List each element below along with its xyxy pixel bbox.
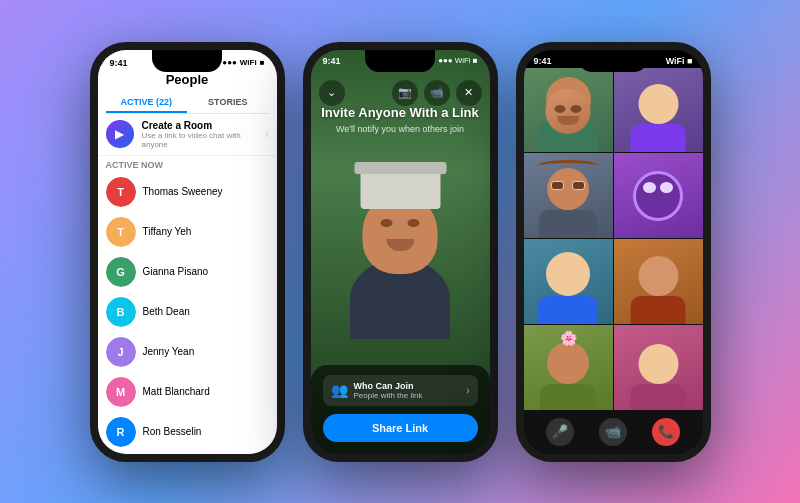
face-5 [546,252,590,296]
status-icons-1: ●●● WiFi ■ [222,58,264,67]
video-cell-1 [524,68,613,153]
phone-1: 9:41 ●●● WiFi ■ People ACTIVE (22) STORI… [90,42,285,462]
signal-icon: ●●● [222,58,237,67]
hat-brim [354,162,446,174]
contact-thomas[interactable]: T Thomas Sweeney [98,172,277,212]
share-link-button[interactable]: Share Link [323,414,478,442]
end-call-button[interactable]: 📞 [652,418,680,446]
avatar-ryan: R [106,457,136,462]
phone2-status-bar: 9:41 ●●● WiFi ■ [323,56,478,66]
battery-icon-2: ■ [473,56,478,65]
avatar-matt: M [106,377,136,407]
mute-button[interactable]: 🎤 [546,418,574,446]
room-subtitle: Use a link to video chat with anyone [142,131,258,149]
hat [360,169,440,209]
eye-left [381,219,393,227]
contact-ron[interactable]: R Ron Besselin [98,412,277,452]
invite-title: Invite Anyone With a Link [311,105,490,122]
eye-right [408,219,420,227]
phone3-status-bar: 9:41 WiFi ■ [524,50,703,68]
contact-name-thomas: Thomas Sweeney [143,186,223,197]
active-now-label: ACTIVE NOW [98,156,277,172]
phone2-screen: 9:41 ●●● WiFi ■ ⌄ 📷 📹 ✕ Invite Anyone Wi… [311,50,490,454]
body-6 [631,296,686,324]
call-controls-bar: 🎤 📹 📞 [524,410,703,454]
who-can-join-row[interactable]: 👥 Who Can Join People with the link › [323,375,478,406]
contact-ryan[interactable]: R Ryan McLaughli [98,452,277,462]
contact-name-tiffany: Tiffany Yeh [143,226,192,237]
ar-face-4 [633,171,683,221]
video-grid: 🌸 [524,68,703,410]
phone-3: 9:41 WiFi ■ [516,42,711,462]
contact-name-jenny: Jenny Yean [143,346,195,357]
contact-matt[interactable]: M Matt Blanchard [98,372,277,412]
invite-overlay: Invite Anyone With a Link We'll notify y… [311,105,490,135]
top-controls: ⌄ 📷 📹 ✕ [319,80,482,106]
face-6 [638,256,678,296]
signal-icon-2: ●●● [438,56,453,65]
room-icon: ▶ [106,120,134,148]
phone3-screen: 9:41 WiFi ■ [524,50,703,454]
avatar-gianna: G [106,257,136,287]
wifi-icon-2: WiFi [455,56,471,65]
video-cell-4 [614,153,703,238]
chevron-right-icon-2: › [466,385,469,396]
contact-name-matt: Matt Blanchard [143,386,210,397]
time-2: 9:41 [323,56,341,66]
avatar-tiffany: T [106,217,136,247]
tab-stories[interactable]: STORIES [187,93,269,113]
contact-gianna[interactable]: G Gianna Pisano [98,252,277,292]
contact-name-beth: Beth Dean [143,306,190,317]
video-cell-3 [524,153,613,238]
head-silhouette [363,194,438,274]
who-can-join-title: Who Can Join [354,381,461,391]
contact-name-gianna: Gianna Pisano [143,266,209,277]
video-cell-5 [524,239,613,324]
video-cell-2 [614,68,703,153]
status-icons-3: WiFi ■ [666,56,693,66]
who-can-join-subtitle: People with the link [354,391,461,400]
time-1: 9:41 [110,58,128,68]
body-5 [538,296,598,324]
video-toggle-button[interactable]: 📹 [599,418,627,446]
body-8 [631,384,686,410]
room-title: Create a Room [142,120,258,131]
body-2 [631,124,686,152]
status-icons-2: ●●● WiFi ■ [438,56,477,65]
chevron-right-icon: › [265,129,268,140]
tab-active[interactable]: ACTIVE (22) [106,93,188,113]
time-3: 9:41 [534,56,552,66]
invite-subtitle: We'll notify you when others join [311,124,490,134]
video-cell-8 [614,325,703,410]
contact-beth[interactable]: B Beth Dean [98,292,277,332]
people-header: People [98,70,277,93]
group-icon: 👥 [331,382,348,398]
status-bar-1: 9:41 ●●● WiFi ■ [98,52,277,70]
face-7-ar: 🌸 [547,342,589,384]
battery-icon: ■ [260,58,265,67]
phone1-screen: 9:41 ●●● WiFi ■ People ACTIVE (22) STORI… [98,50,277,454]
video-button[interactable]: 📹 [424,80,450,106]
person-video-feed [340,139,460,339]
phone-2: 9:41 ●●● WiFi ■ ⌄ 📷 📹 ✕ Invite Anyone Wi… [303,42,498,462]
contact-jenny[interactable]: J Jenny Yean [98,332,277,372]
body-3 [539,210,597,238]
bottom-panel: 👥 Who Can Join People with the link › Sh… [311,365,490,454]
tab-bar: ACTIVE (22) STORIES [106,93,269,114]
create-room-item[interactable]: ▶ Create a Room Use a link to video chat… [98,114,277,156]
close-button[interactable]: ✕ [456,80,482,106]
back-button[interactable]: ⌄ [319,80,345,106]
contact-tiffany[interactable]: T Tiffany Yeh [98,212,277,252]
avatar-thomas: T [106,177,136,207]
body-7 [540,384,596,410]
avatar-beth: B [106,297,136,327]
contact-name-ron: Ron Besselin [143,426,202,437]
avatar-ron: R [106,417,136,447]
wifi-icon: WiFi [240,58,257,67]
video-cell-7: 🌸 [524,325,613,410]
camera-button[interactable]: 📷 [392,80,418,106]
mouth [386,239,414,251]
video-cell-6 [614,239,703,324]
face-8 [638,344,678,384]
face-3-ar [547,168,589,210]
